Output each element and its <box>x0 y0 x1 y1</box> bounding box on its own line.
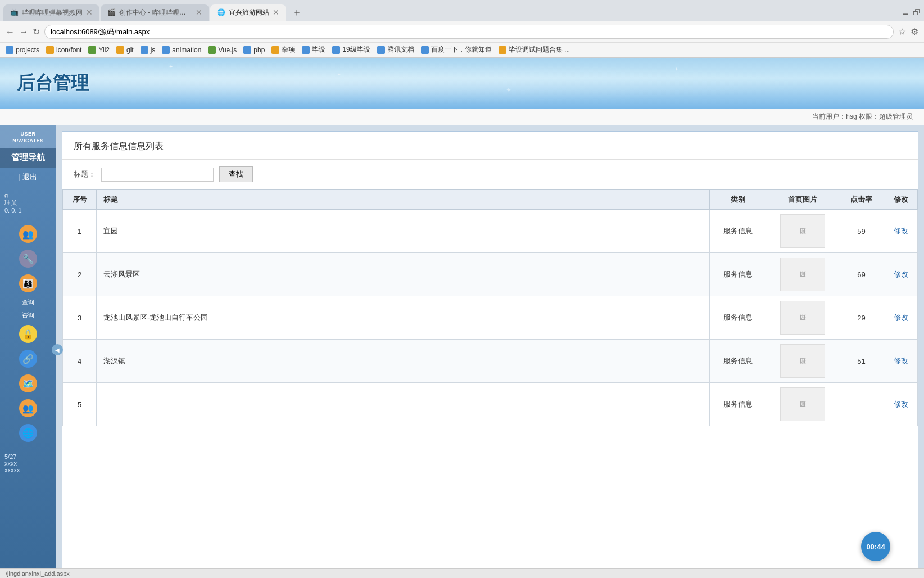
bookmark-bishe[interactable]: 毕设 <box>302 45 325 55</box>
edit-link-1[interactable]: 修改 <box>894 227 908 235</box>
bookmark-baidu-label: 百度一下，你就知道 <box>431 45 492 55</box>
timer-badge: 00:44 <box>861 532 890 561</box>
sidebar-logout-button[interactable]: | 退出 <box>0 168 56 187</box>
bookmark-git[interactable]: git <box>116 46 134 54</box>
bookmark-vuejs-icon <box>208 46 216 54</box>
bookmark-php[interactable]: php <box>243 46 265 54</box>
sidebar-collapse-button[interactable]: ◀ <box>52 344 63 355</box>
refresh-icon[interactable]: ↻ <box>33 26 40 37</box>
new-tab-button[interactable]: ＋ <box>287 3 306 21</box>
data-icon: 🌐 <box>19 424 37 442</box>
star-3: ✦ <box>506 86 511 94</box>
col-header-title: 标题 <box>97 190 710 210</box>
sidebar-icon-link[interactable]: 🔗 <box>17 347 39 370</box>
star-1: ✦ <box>169 64 173 70</box>
tab-yixing-close[interactable]: ✕ <box>273 8 279 17</box>
address-input[interactable] <box>44 25 894 39</box>
bookmark-projects[interactable]: projects <box>6 46 39 54</box>
sidebar-menu-query[interactable]: 查询 <box>21 297 35 308</box>
cell-seq-3: 3 <box>63 296 97 340</box>
bookmark-star-icon[interactable]: ☆ <box>898 26 906 37</box>
query-label: 查询 <box>22 299 34 305</box>
sidebar-user-label: g <box>4 192 52 198</box>
bookmark-js-label: js <box>151 46 156 54</box>
sidebar-icon-info[interactable]: 👥 <box>17 397 39 419</box>
col-header-image: 首页图片 <box>766 190 839 210</box>
sidebar-icon-tools[interactable]: 🔧 <box>17 247 39 270</box>
data-table: 序号 标题 类别 首页图片 点击率 修改 1 宜园 服务信息 <box>62 189 918 426</box>
forward-icon[interactable]: → <box>19 27 28 37</box>
tab-yixing-favicon: 🌐 <box>217 8 225 16</box>
bookmark-misc[interactable]: 杂项 <box>271 45 295 55</box>
tab-yixing[interactable]: 🌐 宜兴旅游网站 ✕ <box>210 4 286 21</box>
bookmark-iconfont-label: icon/font <box>56 46 81 54</box>
bookmark-js[interactable]: js <box>141 46 156 54</box>
timer-label: 00:44 <box>866 543 885 551</box>
bookmark-yii2[interactable]: Yii2 <box>88 46 110 54</box>
sidebar-ip: 0. 0. 1 <box>4 207 52 214</box>
sidebar-icon-map[interactable]: 🗺️ <box>17 372 39 395</box>
image-placeholder-2: 🖼 <box>780 258 825 291</box>
minimize-icon[interactable]: 🗕 <box>902 8 909 17</box>
edit-link-5[interactable]: 修改 <box>894 400 908 408</box>
tab-bilibili-close[interactable]: ✕ <box>86 8 93 17</box>
bookmark-php-icon <box>243 46 251 54</box>
bookmark-bishe-debug[interactable]: 毕设调试问题合集 ... <box>499 45 570 55</box>
image-placeholder-5: 🖼 <box>780 387 825 421</box>
cell-title-2: 云湖风景区 <box>97 253 710 296</box>
bookmark-baidu[interactable]: 百度一下，你就知道 <box>421 45 492 55</box>
sidebar: USER NAVIGATES 管理导航 | 退出 g 理员 0. 0. 1 👥 … <box>0 125 56 574</box>
group-icon: 👨‍👩‍👧 <box>19 274 37 292</box>
bookmark-iconfont[interactable]: icon/font <box>46 46 81 54</box>
tab-bilibili[interactable]: 📺 哔哩哔哩弹幕视频网 ✕ <box>3 4 99 21</box>
cell-clicks-2: 69 <box>839 253 884 296</box>
sidebar-footer-line2: xxxxx <box>4 467 52 473</box>
bookmark-animation[interactable]: animation <box>162 46 201 54</box>
tab-creator-close[interactable]: ✕ <box>196 8 202 17</box>
bookmark-tencent-doc[interactable]: 腾讯文档 <box>377 45 414 55</box>
sidebar-header: USER NAVIGATES <box>0 125 56 148</box>
tab-creator[interactable]: 🎬 创作中心 - 哔哩哔哩弹幕视频网 ✕ <box>101 4 209 21</box>
restore-icon[interactable]: 🗗 <box>913 8 921 17</box>
bookmark-vuejs[interactable]: Vue.js <box>208 46 237 54</box>
cell-title-5 <box>97 383 710 426</box>
cell-image-3: 🖼 <box>766 296 839 340</box>
bookmark-bishe-label: 毕设 <box>312 45 325 55</box>
users-icon: 👥 <box>19 225 37 243</box>
cell-image-5: 🖼 <box>766 383 839 426</box>
bookmark-baidu-icon <box>421 46 429 54</box>
col-header-edit: 修改 <box>884 190 918 210</box>
table-row: 2 云湖风景区 服务信息 🖼 69 修改 <box>63 253 918 296</box>
link-icon: 🔗 <box>19 350 37 368</box>
search-input[interactable] <box>101 168 214 182</box>
cell-clicks-5 <box>839 383 884 426</box>
search-button[interactable]: 查找 <box>219 166 253 182</box>
sidebar-icon-group[interactable]: 👨‍👩‍👧 <box>17 272 39 295</box>
cell-edit-2[interactable]: 修改 <box>884 253 918 296</box>
bookmark-bishe-debug-label: 毕设调试问题合集 ... <box>509 45 570 55</box>
sidebar-icons: 👥 🔧 👨‍👩‍👧 查询 咨询 🔒 🔗 <box>0 218 56 449</box>
cell-title-1: 宜园 <box>97 210 710 253</box>
sidebar-icon-data[interactable]: 🌐 <box>17 422 39 444</box>
image-broken-5: 🖼 <box>799 400 806 408</box>
info-icon: 👥 <box>19 399 37 417</box>
edit-link-3[interactable]: 修改 <box>894 313 908 322</box>
tab-bilibili-label: 哔哩哔哩弹幕视频网 <box>22 8 83 17</box>
main-layout: USER NAVIGATES 管理导航 | 退出 g 理员 0. 0. 1 👥 … <box>0 125 924 574</box>
sidebar-menu-consult[interactable]: 咨询 <box>21 310 35 320</box>
back-icon[interactable]: ← <box>6 27 15 37</box>
cell-edit-5[interactable]: 修改 <box>884 383 918 426</box>
edit-link-4[interactable]: 修改 <box>894 356 908 365</box>
cell-edit-3[interactable]: 修改 <box>884 296 918 340</box>
sidebar-icon-lock[interactable]: 🔒 <box>17 323 39 345</box>
edit-link-2[interactable]: 修改 <box>894 270 908 278</box>
bookmark-projects-label: projects <box>16 46 39 54</box>
cell-edit-4[interactable]: 修改 <box>884 340 918 383</box>
cell-clicks-3: 29 <box>839 296 884 340</box>
extension-icon[interactable]: ⚙ <box>911 26 918 37</box>
cell-edit-1[interactable]: 修改 <box>884 210 918 253</box>
bookmark-19bishe[interactable]: 19级毕设 <box>332 45 370 55</box>
sidebar-footer: 5/27 xxxx xxxxx <box>0 449 56 478</box>
bookmark-yii2-label: Yii2 <box>98 46 110 54</box>
sidebar-icon-users[interactable]: 👥 <box>17 223 39 245</box>
